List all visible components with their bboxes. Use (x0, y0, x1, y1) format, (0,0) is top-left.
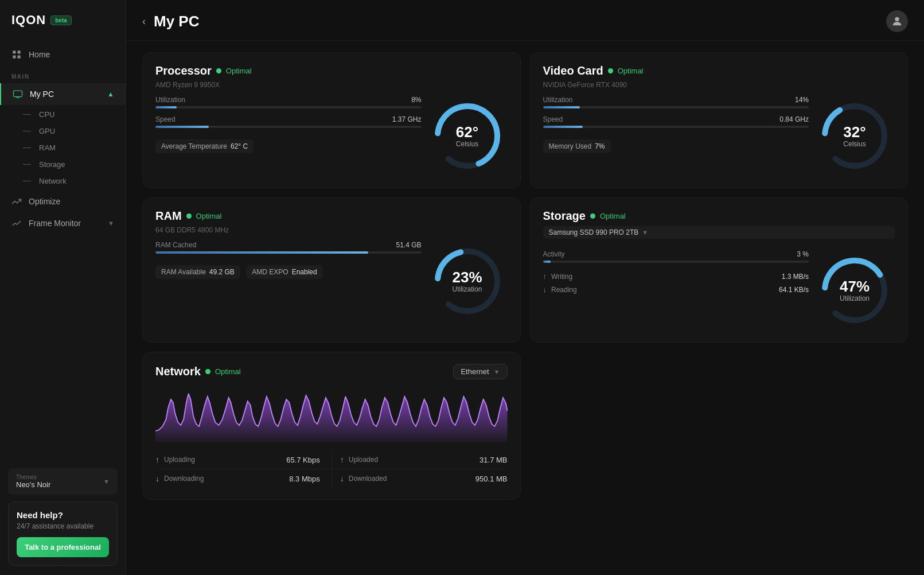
sidebar-item-optimize[interactable]: Optimize (0, 191, 126, 212)
processor-status-dot (216, 68, 221, 73)
storage-reading-value: 64.1 KB/s (779, 286, 809, 294)
monitor-icon (13, 89, 23, 99)
ram-subtitle: 64 GB DDR5 4800 MHz (155, 226, 508, 234)
net-uploaded-row: ↑ Uploaded 31.7 MB (332, 450, 508, 469)
svg-rect-2 (13, 56, 15, 59)
videocard-speed-label: Speed (543, 115, 563, 123)
sidebar-item-cpu[interactable]: CPU (0, 106, 126, 123)
home-label: Home (29, 50, 50, 59)
help-button[interactable]: Talk to a professional (17, 537, 109, 557)
back-button[interactable]: ‹ (142, 15, 146, 28)
avatar[interactable] (886, 10, 908, 32)
ram-gauge: 23% Utilization (427, 241, 508, 321)
help-box: Need help? 24/7 assistance available Tal… (8, 502, 118, 566)
sidebar: IQON beta Home MAIN My PC ▲ (0, 0, 126, 575)
frame-monitor-label: Frame Monitor (29, 219, 81, 228)
user-icon (891, 15, 903, 28)
videocard-util-bar (543, 106, 809, 108)
sidebar-item-mypc[interactable]: My PC ▲ (0, 83, 126, 105)
storage-drive-dropdown[interactable]: Samsung SSD 990 PRO 2TB ▼ (543, 226, 895, 239)
processor-subtitle: AMD Ryzen 9 9950X (155, 81, 508, 89)
ram-expo-label: AMD EXPO (252, 268, 288, 276)
videocard-speed-fill (543, 126, 583, 128)
uploaded-label: Uploaded (349, 456, 475, 464)
sidebar-item-frame-monitor[interactable]: Frame Monitor ▼ (0, 212, 126, 234)
sidebar-section-main: MAIN (0, 65, 126, 83)
processor-speed-label: Speed (155, 115, 176, 123)
ram-available-chip: RAM Available 49.2 GB (155, 265, 240, 279)
themes-dropdown[interactable]: Themes Neo's Noir ▼ (8, 468, 118, 495)
network-title: Network (155, 365, 201, 378)
sidebar-item-network[interactable]: Network (0, 173, 126, 189)
network-stats-grid: ↑ Uploading 65.7 Kbps ↑ Uploaded 31.7 MB… (155, 450, 508, 488)
ram-gauge-svg (427, 241, 508, 321)
download-arrow-icon: ↓ (155, 474, 159, 483)
themes-value: Neo's Noir (16, 480, 50, 489)
processor-title: Processor (155, 64, 212, 77)
videocard-status-dot (608, 68, 613, 73)
reading-arrow-icon: ↓ (543, 285, 547, 294)
storage-status: Optimal (600, 212, 626, 220)
processor-speed-fill (155, 126, 209, 128)
videocard-util-value: 14% (795, 96, 809, 104)
processor-avg-temp-value: 62° C (231, 142, 248, 150)
ram-cached-bar (155, 251, 422, 254)
downloading-label: Downloading (164, 475, 284, 483)
downloading-value: 8.3 Mbps (289, 475, 319, 483)
ram-cached-fill (155, 251, 368, 254)
themes-chevron: ▼ (103, 478, 110, 485)
top-bar: ‹ My PC (126, 0, 924, 41)
svg-point-9 (814, 96, 895, 176)
themes-label: Themes (16, 474, 50, 480)
ram-title: RAM (155, 209, 182, 223)
ram-status: Optimal (196, 212, 222, 220)
storage-writing-label: Writing (551, 273, 572, 281)
svg-rect-4 (14, 91, 22, 97)
uploading-label: Uploading (164, 456, 282, 464)
uploaded-value: 31.7 MB (479, 456, 507, 464)
optimize-icon (11, 196, 22, 207)
network-status-dot (205, 369, 210, 374)
downloaded-arrow-icon: ↓ (340, 474, 344, 483)
net-downloaded-row: ↓ Downloaded 950.1 MB (332, 469, 508, 488)
storage-gauge-svg (814, 250, 895, 331)
processor-util-value: 8% (411, 96, 421, 104)
net-download-row: ↓ Downloading 8.3 Mbps (155, 469, 332, 488)
uploaded-arrow-icon: ↑ (340, 455, 344, 464)
downloaded-value: 950.1 MB (475, 475, 508, 483)
videocard-speed-value: 0.84 GHz (779, 115, 809, 123)
network-dropdown-chevron: ▼ (494, 368, 500, 375)
optimize-label: Optimize (29, 197, 60, 206)
ram-available-label: RAM Available (161, 268, 206, 276)
videocard-gauge-svg (814, 96, 895, 176)
svg-point-5 (895, 17, 899, 21)
videocard-util-fill (543, 106, 580, 108)
storage-drive-label: Samsung SSD 990 PRO 2TB (549, 228, 639, 236)
ram-cached-value: 51.4 GB (396, 241, 421, 249)
storage-status-dot (590, 213, 595, 219)
sidebar-item-gpu[interactable]: GPU (0, 123, 126, 139)
main-content: ‹ My PC Processor Optimal AMD Ryzen 9 99… (126, 0, 924, 575)
logo-area: IQON beta (0, 0, 126, 38)
svg-point-11 (427, 241, 508, 321)
processor-gauge-svg (427, 96, 508, 176)
processor-speed-value: 1.37 GHz (392, 115, 422, 123)
sidebar-sub-items: CPU GPU RAM Storage Network (0, 105, 126, 191)
ram-status-dot (186, 213, 192, 219)
sidebar-item-ram[interactable]: RAM (0, 139, 126, 156)
network-status: Optimal (215, 367, 241, 376)
sidebar-item-home[interactable]: Home (0, 44, 126, 65)
videocard-mem-chip: Memory Used 7% (543, 139, 611, 153)
storage-drive-chevron: ▼ (642, 229, 648, 236)
help-title: Need help? (17, 510, 109, 520)
videocard-mem-label: Memory Used (549, 142, 592, 150)
sidebar-item-storage[interactable]: Storage (0, 156, 126, 173)
network-chart (155, 385, 508, 442)
ram-available-value: 49.2 GB (209, 268, 235, 276)
processor-speed-bar (155, 126, 422, 128)
ram-card: RAM Optimal 64 GB DDR5 4800 MHz RAM Cach… (142, 197, 521, 343)
sidebar-bottom: Themes Neo's Noir ▼ Need help? 24/7 assi… (0, 460, 126, 575)
network-interface-dropdown[interactable]: Ethernet ▼ (453, 364, 507, 379)
storage-activity-label: Activity (543, 250, 565, 258)
storage-activity-bar (543, 261, 809, 263)
